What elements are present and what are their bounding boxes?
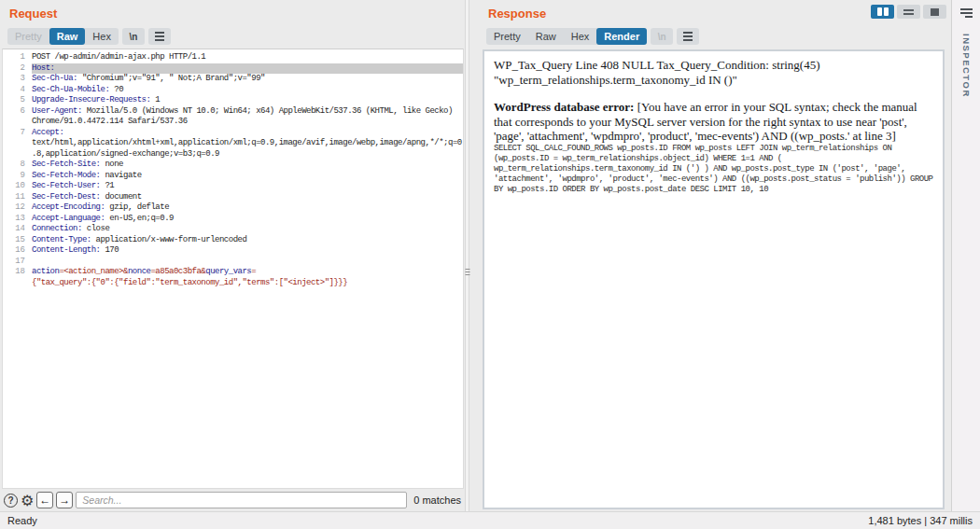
line-number (7, 149, 25, 160)
layout-buttons (871, 5, 946, 19)
layout-single-button[interactable] (923, 5, 946, 19)
response-newline-toggle-button: \n (651, 28, 673, 45)
render-debug-line: WP_Tax_Query Line 408 NULL Tax_Query_Con… (494, 58, 933, 87)
line-number (7, 138, 25, 149)
response-menu-button[interactable] (677, 28, 699, 45)
line-number: 14 (7, 224, 25, 235)
search-next-button[interactable]: → (56, 492, 73, 508)
line-number: 6 (7, 106, 25, 118)
rows-icon (903, 9, 914, 15)
request-line: 9Sec-Fetch-Mode: navigate (7, 171, 463, 182)
search-input[interactable] (76, 492, 407, 508)
line-number: 10 (7, 181, 25, 192)
response-panel-title: Response (488, 7, 546, 21)
status-bar: Ready 1,481 bytes | 347 millis (0, 511, 980, 529)
inspector-collapse-icon[interactable] (959, 8, 973, 18)
line-number: 3 (7, 74, 25, 85)
search-match-count: 0 matches (413, 494, 461, 506)
line-number: 12 (7, 202, 25, 214)
request-line: 6User-Agent: Mozilla/5.0 (Windows NT 10.… (7, 106, 463, 118)
request-line: 16Content-Length: 170 (7, 245, 463, 257)
line-number: 4 (7, 85, 25, 96)
hamburger-icon (683, 32, 693, 41)
request-line: .8,application/signed-exchange;v=b3;q=0.… (7, 149, 463, 160)
response-panel: Response PrettyRawHexRender \n WP_Tax_Qu… (469, 0, 951, 511)
request-line: 15Content-Type: application/x-www-form-u… (7, 235, 463, 246)
line-number: 1 (7, 52, 25, 63)
tab-hex[interactable]: Hex (85, 28, 119, 45)
render-sql-query: SELECT SQL_CALC_FOUND_ROWS wp_posts.ID F… (494, 144, 933, 195)
request-line: {"tax_query":{"0":{"field":"term_taxonom… (7, 278, 463, 289)
tab-render[interactable]: Render (596, 28, 647, 45)
hamburger-icon (155, 32, 164, 41)
request-line: 7Accept: (7, 128, 463, 139)
single-pane-icon (931, 8, 939, 16)
request-newline-toggle-button[interactable]: \n (122, 28, 145, 45)
line-number: 17 (7, 257, 25, 268)
line-number: 13 (7, 214, 25, 225)
request-line: 14Connection: close (7, 224, 463, 235)
request-line: 8Sec-Fetch-Site: none (7, 160, 463, 171)
request-line: 11Sec-Fetch-Dest: document (7, 192, 463, 203)
tab-pretty[interactable]: Pretty (486, 28, 528, 45)
request-tab-bar: PrettyRawHex \n (7, 28, 171, 45)
request-search-bar: ? ⚙ ← → 0 matches (4, 491, 463, 509)
line-number: 7 (7, 128, 25, 139)
help-icon[interactable]: ? (4, 494, 18, 508)
render-error-paragraph: WordPress database error: [You have an e… (494, 100, 933, 144)
response-tab-group: PrettyRawHexRender (486, 28, 647, 45)
request-line: 5Upgrade-Insecure-Requests: 1 (7, 95, 463, 106)
line-number: 11 (7, 192, 25, 203)
request-line: 10Sec-Fetch-User: ?1 (7, 181, 463, 192)
request-line: 17 (7, 257, 463, 268)
request-line: 18action=<action_name>&nonce=a85a0c3bfa&… (7, 267, 463, 278)
layout-rows-button[interactable] (897, 5, 920, 19)
request-line: 2Host: (7, 63, 463, 75)
request-line: 12Accept-Encoding: gzip, deflate (7, 202, 463, 214)
request-line: Chrome/91.0.4472.114 Safari/537.36 (7, 117, 463, 128)
gear-icon[interactable]: ⚙ (21, 494, 34, 508)
line-number: 18 (7, 267, 25, 278)
response-metrics: 1,481 bytes | 347 millis (868, 515, 973, 526)
response-render-view[interactable]: WP_Tax_Query Line 408 NULL Tax_Query_Con… (483, 49, 945, 509)
request-line: 3Sec-Ch-Ua: "Chromium";v="91", " Not;A B… (7, 74, 463, 85)
request-line: 4Sec-Ch-Ua-Mobile: ?0 (7, 85, 463, 96)
line-number: 9 (7, 171, 25, 182)
line-number: 5 (7, 95, 25, 106)
line-number: 2 (7, 63, 25, 75)
layout-columns-button[interactable] (871, 5, 894, 19)
line-number: 8 (7, 160, 25, 171)
request-line: 1POST /wp-admin/admin-ajax.php HTTP/1.1 (7, 52, 463, 63)
columns-icon (877, 7, 882, 16)
tab-hex[interactable]: Hex (564, 28, 597, 45)
line-number (7, 278, 25, 289)
wordpress-error-label: WordPress database error: (494, 100, 634, 114)
request-panel-title: Request (9, 7, 57, 21)
tab-pretty: Pretty (7, 28, 49, 45)
request-tab-group: PrettyRawHex (7, 28, 119, 45)
request-line: 13Accept-Language: en-US,en;q=0.9 (7, 214, 463, 225)
line-number: 15 (7, 235, 25, 246)
inspector-sidebar[interactable]: INSPECTOR (951, 0, 980, 511)
line-number (7, 117, 25, 128)
request-menu-button[interactable] (148, 28, 171, 45)
request-panel: Request PrettyRawHex \n 1POST /wp-admin/… (0, 0, 465, 511)
tab-raw[interactable]: Raw (49, 28, 86, 45)
tab-raw[interactable]: Raw (528, 28, 564, 45)
search-prev-button[interactable]: ← (36, 492, 53, 508)
response-tab-bar: PrettyRawHexRender \n (486, 28, 699, 45)
request-line: text/html,application/xhtml+xml,applicat… (7, 138, 463, 149)
request-editor[interactable]: 1POST /wp-admin/admin-ajax.php HTTP/1.12… (2, 49, 464, 489)
line-number: 16 (7, 245, 25, 257)
inspector-label[interactable]: INSPECTOR (961, 34, 972, 98)
status-text: Ready (7, 515, 37, 526)
